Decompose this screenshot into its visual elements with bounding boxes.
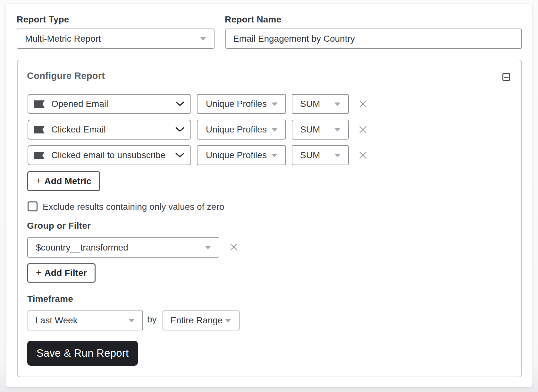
- save-and-run-report-button[interactable]: Save & Run Report: [27, 341, 138, 366]
- timeframe-by-label: by: [147, 314, 157, 325]
- timeframe-interval-select[interactable]: Entire Range: [163, 311, 240, 330]
- metric-select-value: Clicked email to unsubscribe: [51, 150, 175, 160]
- x-icon: [230, 243, 238, 251]
- group-by-select[interactable]: $country__transformed: [27, 237, 219, 258]
- report-type-value: Multi-Metric Report: [25, 34, 200, 44]
- exclude-zero-label: Exclude results containing only values o…: [43, 202, 224, 212]
- remove-group-filter-button[interactable]: [228, 242, 239, 252]
- aggregation-value: SUM: [300, 150, 334, 160]
- exclude-zero-checkbox[interactable]: [28, 201, 38, 211]
- caret-down-icon: [272, 154, 278, 157]
- caret-down-icon: [272, 102, 278, 106]
- metric-select-clicked-email[interactable]: Clicked Email: [28, 120, 191, 140]
- aggregation-value: SUM: [300, 99, 334, 109]
- measurement-value: Unique Profiles: [206, 99, 272, 109]
- x-icon: [359, 100, 367, 108]
- chevron-down-icon: [175, 101, 184, 107]
- configure-report-title: Configure Report: [27, 70, 105, 81]
- klaviyo-flag-icon: [34, 126, 45, 133]
- metric-select-value: Clicked Email: [51, 124, 175, 135]
- aggregation-select-row2[interactable]: SUM: [292, 120, 349, 140]
- measurement-value: Unique Profiles: [206, 124, 272, 135]
- minus-icon: [504, 77, 509, 78]
- aggregation-select-row3[interactable]: SUM: [292, 145, 349, 165]
- aggregation-value: SUM: [300, 124, 334, 135]
- measurement-select-row2[interactable]: Unique Profiles: [197, 120, 286, 140]
- timeframe-range-select[interactable]: Last Week: [28, 311, 143, 330]
- timeframe-interval-value: Entire Range: [170, 315, 225, 326]
- caret-down-icon: [272, 128, 278, 132]
- metric-select-clicked-email-to-unsubscribe[interactable]: Clicked email to unsubscribe: [28, 145, 191, 165]
- aggregation-select-row1[interactable]: SUM: [292, 94, 349, 114]
- klaviyo-flag-icon: [34, 100, 45, 108]
- plus-icon: +: [36, 175, 42, 186]
- report-builder-page: { "header": { "report_type": { "label": …: [0, 0, 538, 392]
- caret-down-icon: [205, 246, 211, 249]
- x-icon: [359, 151, 367, 159]
- report-name-input[interactable]: [225, 29, 522, 49]
- group-by-value: $country__transformed: [36, 243, 205, 253]
- klaviyo-flag-icon: [34, 152, 45, 159]
- caret-down-icon: [225, 319, 231, 322]
- plus-icon: +: [36, 267, 42, 278]
- metric-select-opened-email[interactable]: Opened Email: [28, 94, 191, 114]
- metric-select-value: Opened Email: [51, 99, 175, 109]
- caret-down-icon: [129, 319, 135, 322]
- remove-metric-button-row3[interactable]: [357, 150, 368, 161]
- group-or-filter-label: Group or Filter: [27, 221, 91, 231]
- report-builder-card: Report Type Multi-Metric Report Report N…: [5, 4, 533, 387]
- caret-down-icon: [200, 37, 206, 40]
- caret-down-icon: [334, 128, 340, 132]
- chevron-down-icon: [175, 127, 184, 132]
- configure-report-panel: Configure Report Opened Email Unique Pro…: [17, 60, 522, 377]
- measurement-select-row3[interactable]: Unique Profiles: [197, 145, 286, 165]
- report-type-select[interactable]: Multi-Metric Report: [17, 29, 214, 49]
- measurement-select-row1[interactable]: Unique Profiles: [197, 94, 286, 114]
- caret-down-icon: [334, 102, 340, 106]
- remove-metric-button-row2[interactable]: [357, 124, 368, 135]
- x-icon: [359, 126, 367, 133]
- report-name-label: Report Name: [225, 15, 281, 24]
- add-metric-button[interactable]: + Add Metric: [27, 171, 100, 191]
- add-filter-button[interactable]: + Add Filter: [27, 263, 96, 283]
- chevron-down-icon: [175, 153, 184, 158]
- report-type-label: Report Type: [17, 15, 69, 24]
- measurement-value: Unique Profiles: [206, 150, 272, 160]
- collapse-panel-button[interactable]: [502, 73, 510, 81]
- timeframe-range-value: Last Week: [35, 315, 129, 326]
- remove-metric-button-row1[interactable]: [357, 98, 368, 109]
- timeframe-label: Timeframe: [27, 294, 73, 304]
- caret-down-icon: [334, 154, 340, 157]
